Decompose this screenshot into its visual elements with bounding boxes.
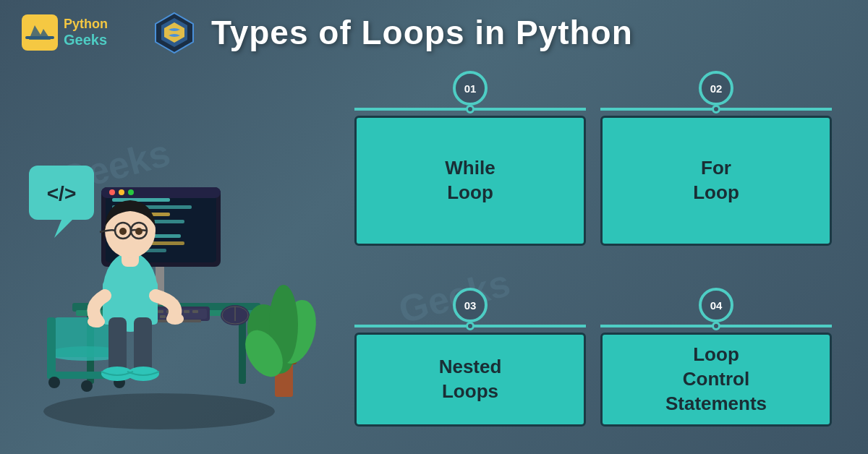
nested-loops-box: NestedLoops (354, 333, 586, 427)
svg-rect-33 (158, 310, 163, 313)
svg-rect-36 (184, 310, 190, 313)
while-loop-card: 01 WhileLoop (354, 87, 586, 246)
connector-dot-1 (466, 105, 475, 113)
svg-point-5 (43, 393, 275, 429)
svg-rect-43 (160, 315, 166, 318)
card-number-3: 03 (453, 288, 488, 322)
for-loop-label: ForLoop (693, 156, 739, 205)
connector-dot-2 (712, 105, 720, 113)
card-connector-2 (600, 106, 832, 113)
header: Python Geeks Types of Loops in Python (0, 0, 868, 65)
svg-rect-69 (109, 317, 127, 375)
nested-loops-card: 03 NestedLoops (354, 304, 586, 427)
page-title: Types of Loops in Python (211, 13, 633, 52)
person-illustration: </> (14, 79, 362, 440)
svg-marker-74 (54, 220, 72, 238)
card-number-2: 02 (699, 71, 733, 106)
logo-text: Python Geeks (64, 17, 108, 48)
svg-point-55 (48, 377, 60, 388)
content-area: 01 WhileLoop 02 ForLoop 03 NestedLoops (340, 72, 846, 441)
svg-point-67 (119, 228, 127, 235)
for-loop-card: 02 ForLoop (600, 87, 832, 246)
logo: Python Geeks (22, 14, 108, 51)
svg-point-23 (109, 189, 115, 195)
python-logo-icon (151, 9, 198, 56)
connector-dot-4 (712, 322, 720, 330)
nested-loops-label: NestedLoops (439, 355, 502, 404)
card-connector-3 (354, 322, 586, 330)
card-connector-4 (600, 322, 832, 330)
while-loop-box: WhileLoop (354, 116, 586, 246)
card-number-1: 01 (453, 71, 488, 106)
svg-point-25 (128, 189, 134, 195)
while-loop-label: WhileLoop (445, 156, 495, 205)
svg-text:</>: </> (47, 182, 76, 205)
card-number-4: 04 (699, 288, 733, 322)
loop-control-box: LoopControlStatements (600, 333, 832, 427)
svg-rect-1 (25, 36, 54, 39)
svg-rect-70 (134, 317, 152, 375)
card-connector-1 (354, 106, 586, 113)
illustration: </> (0, 65, 376, 454)
loop-control-label: LoopControlStatements (665, 343, 767, 416)
logo-python: Python (64, 17, 108, 32)
loop-control-card: 04 LoopControlStatements (600, 304, 832, 427)
logo-icon (22, 14, 58, 51)
svg-point-56 (81, 380, 93, 392)
connector-dot-3 (466, 322, 475, 330)
svg-rect-37 (192, 310, 198, 313)
svg-point-61 (88, 316, 105, 327)
title-area: Types of Loops in Python (151, 9, 633, 56)
svg-point-24 (119, 189, 124, 195)
for-loop-box: ForLoop (600, 116, 832, 246)
svg-point-68 (135, 228, 142, 235)
svg-rect-59 (103, 281, 158, 325)
svg-rect-0 (22, 14, 58, 51)
svg-point-60 (166, 313, 184, 325)
svg-rect-14 (112, 198, 170, 202)
svg-rect-52 (47, 317, 56, 375)
logo-geeks: Geeks (64, 32, 108, 48)
